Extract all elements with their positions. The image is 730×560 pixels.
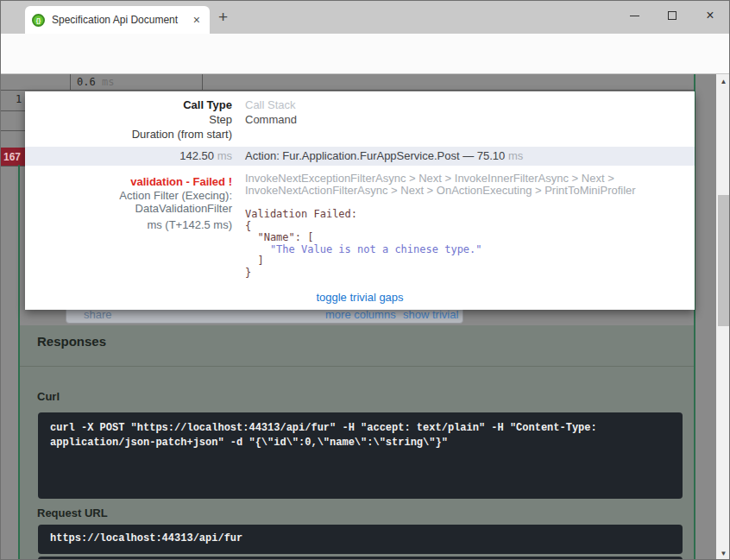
- tab-title: Specification Api Document: [52, 14, 191, 26]
- step-header: Step: [25, 112, 232, 127]
- curl-label: Curl: [37, 390, 60, 403]
- opblock-left-border: [18, 165, 20, 560]
- popup-header-left: Call Type Step Duration (from start): [25, 98, 232, 142]
- request-url-text: https://localhost:44313/api/fur: [50, 532, 242, 544]
- title-bar: {} Specification Api Document × + ×: [1, 1, 730, 34]
- validation-json-block: Validation Failed:{ "Name": [ "The Value…: [245, 209, 482, 279]
- new-tab-button[interactable]: +: [218, 8, 228, 27]
- toggle-trivial-gaps-wrap: toggle trivial gaps: [25, 291, 695, 304]
- json-line: Validation Failed:: [245, 209, 482, 221]
- command-header: Command: [245, 112, 297, 127]
- profiler-detail-popup: Call Type Step Duration (from start) Cal…: [25, 91, 695, 310]
- scrollbar-up-icon[interactable]: ▲: [716, 75, 730, 88]
- timing-value: 0.6 ms: [77, 76, 114, 88]
- json-line: ]: [245, 255, 482, 267]
- browser-window: {} Specification Api Document × + × ← → …: [0, 0, 730, 560]
- duration-header: Duration (from start): [25, 127, 232, 142]
- close-button[interactable]: ×: [691, 3, 729, 28]
- curl-command-text: curl -X POST "https://localhost:44313/ap…: [50, 422, 597, 449]
- popup-header-right: Call Stack Command: [245, 98, 297, 127]
- call-stack-header: Call Stack: [245, 98, 297, 112]
- validation-detail-left: validation - Failed ! Action Filter (Exe…: [25, 174, 232, 231]
- window-controls: ×: [615, 3, 729, 28]
- scrollbar-down-icon[interactable]: ▼: [716, 547, 730, 560]
- responses-title: Responses: [37, 334, 106, 349]
- partial-timing-value: 1: [16, 93, 22, 105]
- duration-badge: 167: [1, 148, 25, 167]
- maximize-icon: [668, 11, 677, 20]
- more-columns-link[interactable]: more columns: [325, 308, 396, 321]
- elapsed-label: ms (T+142.5 ms): [25, 218, 232, 231]
- share-link[interactable]: share: [84, 308, 112, 321]
- swagger-favicon-icon: {}: [32, 14, 45, 27]
- data-validation-filter-label: DataValidationFilter: [25, 202, 232, 215]
- responses-divider: [20, 366, 694, 367]
- tab-close-icon[interactable]: ×: [191, 13, 203, 27]
- validation-detail-right: InvokeNextExceptionFilterAsync > Next > …: [245, 173, 636, 197]
- show-trivial-link[interactable]: show trivial: [403, 308, 458, 321]
- row-border: [1, 130, 25, 131]
- browser-tab[interactable]: {} Specification Api Document ×: [25, 6, 210, 34]
- browser-toolbar: ← → ↻ https://localhost:44... あ ★ ⇄: [1, 34, 730, 74]
- summary-action: Action: Fur.Application.FurAppService.Po…: [245, 149, 523, 162]
- timing-column-divider-2: [202, 74, 203, 90]
- minimize-button[interactable]: [615, 3, 653, 28]
- validation-failed-title: validation - Failed !: [25, 174, 232, 189]
- timing-column-divider: [70, 74, 71, 90]
- call-stack-line-2: InvokeNextActionFilterAsync > Next > OnA…: [245, 185, 636, 197]
- json-string-line: "The Value is not a chinese type.": [245, 244, 482, 256]
- timing-row-border: [1, 90, 695, 91]
- summary-duration: 142.50 ms: [25, 149, 232, 162]
- call-stack-line-1: InvokeNextExceptionFilterAsync > Next > …: [245, 173, 636, 185]
- next-code-block-edge: [38, 557, 683, 560]
- summary-row: 142.50 ms Action: Fur.Application.FurApp…: [25, 147, 695, 166]
- maximize-button[interactable]: [653, 3, 691, 28]
- curl-code-block: curl -X POST "https://localhost:44313/ap…: [38, 412, 683, 499]
- swagger-favicon-glyph: {}: [36, 17, 41, 23]
- json-line: "Name": [: [245, 232, 482, 244]
- scrollbar-thumb[interactable]: [718, 195, 729, 326]
- minimize-icon: [630, 16, 639, 16]
- toggle-trivial-gaps-link[interactable]: toggle trivial gaps: [316, 291, 403, 304]
- request-url-label: Request URL: [37, 507, 108, 519]
- action-filter-label: Action Filter (Execing):: [25, 189, 232, 202]
- json-line: }: [245, 267, 482, 280]
- vertical-scrollbar[interactable]: ▲ ▼: [716, 74, 730, 560]
- call-type-header: Call Type: [25, 98, 232, 112]
- row-border: [1, 110, 25, 111]
- request-url-block: https://localhost:44313/api/fur: [38, 525, 683, 554]
- json-line: {: [245, 221, 482, 233]
- page-content: 0.6 ms 1 167 share more columns show tri…: [1, 74, 730, 560]
